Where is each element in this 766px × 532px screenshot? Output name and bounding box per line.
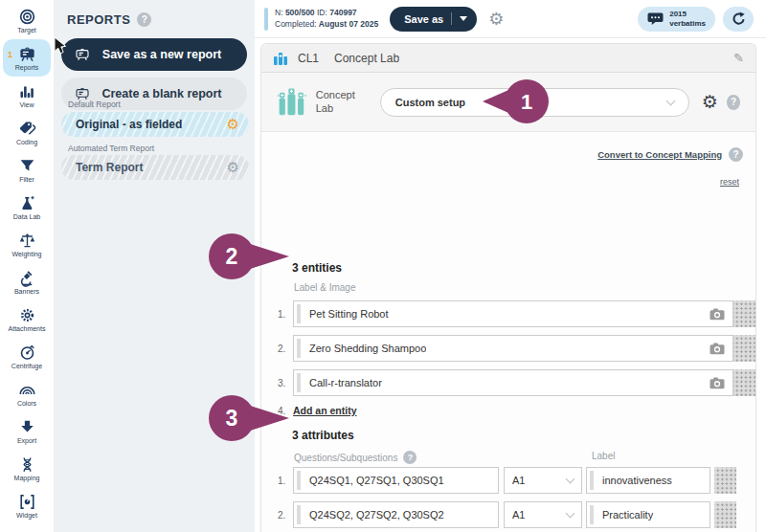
attribute-label-input[interactable]: Practicality	[586, 501, 710, 528]
sidebar-item-widget[interactable]: Widget	[0, 487, 54, 524]
questions-column-header-wrap: Questions/Subquestions ?	[294, 451, 417, 464]
row-number: 1.	[278, 476, 293, 486]
completed-label: Completed:	[275, 19, 316, 29]
entities-heading: 3 entities	[292, 261, 342, 275]
chevron-down-icon[interactable]	[460, 16, 467, 21]
entity-label-input[interactable]: Zero Shedding Shampoo	[293, 335, 733, 362]
report-settings-gear-icon[interactable]: ⚙	[227, 161, 239, 175]
sidebar-item-target[interactable]: Target	[0, 2, 54, 39]
report-item-original[interactable]: Original - as fielded ⚙	[61, 112, 249, 137]
reports-count-badge: 1	[8, 50, 12, 59]
scales-icon	[18, 232, 36, 250]
sidebar-item-centrifuge[interactable]: Centrifuge	[0, 338, 54, 375]
sidebar-label: View	[19, 101, 34, 108]
sidebar-item-banners[interactable]: Banners	[0, 263, 54, 300]
reports-icon	[18, 45, 36, 63]
convert-help-icon[interactable]: ?	[729, 147, 743, 162]
input-grip	[590, 505, 594, 524]
sidebar-label: Reports	[15, 64, 39, 71]
input-grip	[297, 339, 301, 358]
concept-lab-mini-icon	[273, 51, 288, 66]
camera-icon[interactable]	[710, 308, 725, 321]
attribute-code-select[interactable]: A1	[504, 467, 582, 494]
label-column-header: Label	[592, 451, 615, 461]
entity-label-input[interactable]: Call-r-translator	[293, 369, 733, 396]
gear-sun-icon	[18, 306, 36, 324]
save-as-new-report-button[interactable]: Save as a new report	[61, 38, 247, 71]
attribute-questions-value: Q24SQ1, Q27SQ1, Q30SQ1	[309, 475, 444, 486]
camera-icon[interactable]	[710, 343, 725, 355]
sidebar-item-data-lab[interactable]: Data Lab	[0, 188, 54, 226]
chevron-down-icon	[566, 475, 575, 484]
sidebar-item-export[interactable]: Export	[0, 412, 54, 450]
entity-label-input[interactable]: Pet Sitting Robot	[293, 300, 733, 327]
setup-help-icon[interactable]: ?	[727, 95, 740, 110]
sidebar-item-filter[interactable]: Filter	[0, 151, 54, 188]
convert-to-concept-mapping-link[interactable]: Convert to Concept Mapping	[597, 149, 722, 160]
add-entity-link[interactable]: Add an entity	[293, 405, 357, 416]
input-grip	[297, 471, 301, 490]
concept-lab-logo	[277, 86, 307, 119]
attribute-questions-input[interactable]: Q24SQ1, Q27SQ1, Q30SQ1	[293, 467, 499, 494]
entity-label-value: Zero Shedding Shampoo	[309, 343, 426, 354]
sidebar-item-coding[interactable]: Coding	[0, 114, 54, 151]
default-report-section-label: Default Report	[68, 100, 121, 109]
attribute-label-input[interactable]: innovativeness	[586, 467, 710, 494]
sidebar-item-mapping[interactable]: Mapping	[0, 450, 54, 487]
reports-help-icon[interactable]: ?	[137, 12, 151, 27]
add-entity-row: 4. Add an entity	[278, 405, 357, 416]
attribute-questions-input[interactable]: Q24SQ2, Q27SQ2, Q30SQ2	[293, 501, 499, 528]
edit-pencil-icon[interactable]: ✎	[733, 51, 744, 65]
drag-handle[interactable]	[733, 335, 755, 362]
sidebar-label: Export	[17, 437, 36, 444]
attribute-code-value: A1	[512, 509, 525, 521]
drag-handle[interactable]	[733, 369, 755, 396]
card-header: CL1 Concept Lab ✎	[261, 44, 755, 73]
entity-row: 1. Pet Sitting Robot	[278, 300, 755, 327]
drag-handle[interactable]	[733, 300, 755, 327]
save-as-split-button[interactable]: Save as	[390, 7, 477, 32]
report-item-term-report[interactable]: Term Report ⚙	[61, 155, 249, 180]
attribute-label-value: Practicality	[602, 509, 653, 521]
tags-icon	[18, 120, 36, 138]
wordmark-line1: Concept	[316, 89, 355, 101]
camera-icon[interactable]	[710, 377, 725, 389]
sidebar-label: Filter	[19, 176, 34, 183]
sidebar-item-weighting[interactable]: Weighting	[0, 226, 54, 263]
sidebar-item-colors[interactable]: Colors	[0, 375, 54, 412]
sidebar-label: Mapping	[14, 475, 40, 481]
questions-help-icon[interactable]: ?	[403, 451, 417, 464]
attribute-code-select[interactable]: A1	[504, 501, 582, 528]
drag-handle[interactable]	[714, 501, 736, 528]
input-grip	[297, 304, 301, 323]
sidebar-label: Banners	[14, 288, 39, 295]
microscope-icon	[18, 269, 36, 287]
flask-icon	[18, 194, 36, 212]
drag-handle[interactable]	[714, 467, 736, 494]
module-title: Concept Lab	[334, 52, 399, 65]
setup-gear-icon[interactable]: ⚙	[702, 93, 718, 111]
annotation-marker-1: 1	[483, 79, 550, 123]
reset-link[interactable]: reset	[720, 177, 739, 187]
verbatims-count: 2015	[669, 10, 706, 18]
annotation-marker-3: 3	[209, 395, 289, 441]
row-number: 3.	[278, 378, 293, 388]
setup-select-value: Custom setup	[395, 97, 465, 108]
report-name: Term Report	[76, 161, 143, 174]
sidebar-item-reports[interactable]: 1 Reports	[3, 39, 51, 77]
accent-bar	[264, 8, 268, 31]
n-label: N:	[275, 8, 283, 17]
button-divider	[451, 12, 452, 25]
verbatims-badge[interactable]: 2015 verbatims	[638, 7, 715, 32]
report-settings-gear-icon[interactable]: ⚙	[227, 118, 239, 132]
attribute-row: 1. Q24SQ1, Q27SQ1, Q30SQ1 A1 innovativen…	[278, 467, 736, 494]
refresh-button[interactable]	[723, 7, 754, 32]
questions-column-header: Questions/Subquestions	[294, 453, 397, 463]
annotation-marker-2: 2	[209, 233, 289, 279]
sidebar-item-attachments[interactable]: Attachments	[0, 300, 54, 338]
input-grip	[297, 373, 301, 392]
sidebar-item-view[interactable]: View	[0, 77, 54, 114]
n-value: 500/500	[285, 8, 315, 17]
sidebar-label: Target	[17, 27, 35, 33]
settings-gear-icon[interactable]: ⚙	[488, 11, 504, 28]
